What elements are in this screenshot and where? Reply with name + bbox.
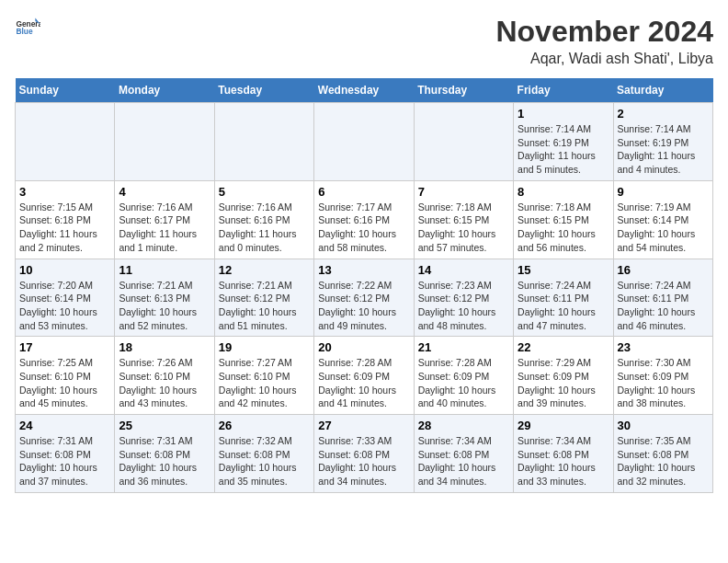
day-info: Sunrise: 7:20 AM Sunset: 6:14 PM Dayligh… (19, 279, 110, 333)
calendar-week-4: 17Sunrise: 7:25 AM Sunset: 6:10 PM Dayli… (16, 337, 713, 415)
day-number: 9 (618, 185, 709, 199)
day-info: Sunrise: 7:23 AM Sunset: 6:12 PM Dayligh… (418, 279, 509, 333)
calendar-cell: 24Sunrise: 7:31 AM Sunset: 6:08 PM Dayli… (16, 415, 115, 493)
calendar-cell: 22Sunrise: 7:29 AM Sunset: 6:09 PM Dayli… (514, 337, 613, 415)
calendar-cell: 12Sunrise: 7:21 AM Sunset: 6:12 PM Dayli… (214, 259, 313, 337)
header: General Blue November 2024 Aqar, Wadi as… (15, 15, 713, 67)
day-number: 2 (618, 107, 709, 121)
page-subtitle: Aqar, Wadi ash Shati', Libya (495, 51, 713, 67)
day-number: 29 (518, 419, 609, 432)
day-number: 30 (618, 419, 709, 432)
weekday-header-monday: Monday (115, 78, 214, 103)
weekday-header-saturday: Saturday (613, 78, 712, 103)
calendar-cell: 17Sunrise: 7:25 AM Sunset: 6:10 PM Dayli… (16, 337, 115, 415)
calendar-week-2: 3Sunrise: 7:15 AM Sunset: 6:18 PM Daylig… (16, 180, 713, 259)
day-info: Sunrise: 7:21 AM Sunset: 6:12 PM Dayligh… (219, 279, 310, 333)
calendar-cell: 10Sunrise: 7:20 AM Sunset: 6:14 PM Dayli… (16, 259, 115, 337)
day-number: 7 (418, 185, 509, 199)
day-number: 3 (19, 185, 110, 199)
day-info: Sunrise: 7:28 AM Sunset: 6:09 PM Dayligh… (318, 356, 409, 410)
weekday-header-wednesday: Wednesday (314, 78, 414, 103)
calendar-cell: 9Sunrise: 7:19 AM Sunset: 6:14 PM Daylig… (613, 180, 712, 259)
day-info: Sunrise: 7:25 AM Sunset: 6:10 PM Dayligh… (19, 356, 110, 410)
weekday-header-friday: Friday (514, 78, 613, 103)
day-info: Sunrise: 7:19 AM Sunset: 6:14 PM Dayligh… (618, 201, 709, 255)
weekday-header-sunday: Sunday (16, 78, 115, 103)
day-info: Sunrise: 7:28 AM Sunset: 6:09 PM Dayligh… (418, 356, 509, 410)
day-info: Sunrise: 7:15 AM Sunset: 6:18 PM Dayligh… (19, 201, 110, 255)
day-info: Sunrise: 7:24 AM Sunset: 6:11 PM Dayligh… (618, 279, 709, 333)
day-number: 10 (19, 263, 110, 277)
calendar-cell (16, 103, 115, 181)
day-number: 17 (19, 340, 110, 354)
calendar-cell: 25Sunrise: 7:31 AM Sunset: 6:08 PM Dayli… (115, 415, 214, 493)
day-info: Sunrise: 7:24 AM Sunset: 6:11 PM Dayligh… (518, 279, 609, 333)
logo: General Blue (15, 15, 40, 40)
calendar-cell: 19Sunrise: 7:27 AM Sunset: 6:10 PM Dayli… (214, 337, 313, 415)
weekday-header-tuesday: Tuesday (214, 78, 313, 103)
calendar-cell: 16Sunrise: 7:24 AM Sunset: 6:11 PM Dayli… (613, 259, 712, 337)
calendar-cell (214, 103, 313, 181)
calendar-cell: 28Sunrise: 7:34 AM Sunset: 6:08 PM Dayli… (414, 415, 513, 493)
calendar-cell (314, 103, 414, 181)
day-number: 5 (219, 185, 310, 199)
calendar-cell: 5Sunrise: 7:16 AM Sunset: 6:16 PM Daylig… (214, 180, 313, 259)
calendar-cell (115, 103, 214, 181)
day-info: Sunrise: 7:17 AM Sunset: 6:16 PM Dayligh… (318, 201, 409, 255)
day-number: 15 (518, 263, 609, 277)
day-info: Sunrise: 7:16 AM Sunset: 6:17 PM Dayligh… (119, 201, 210, 255)
logo-icon: General Blue (15, 15, 40, 40)
day-info: Sunrise: 7:14 AM Sunset: 6:19 PM Dayligh… (518, 122, 609, 177)
day-number: 4 (119, 185, 210, 199)
calendar-table: SundayMondayTuesdayWednesdayThursdayFrid… (15, 78, 713, 493)
calendar-cell: 1Sunrise: 7:14 AM Sunset: 6:19 PM Daylig… (514, 103, 613, 181)
calendar-cell: 27Sunrise: 7:33 AM Sunset: 6:08 PM Dayli… (314, 415, 414, 493)
day-number: 26 (219, 419, 310, 432)
page-title: November 2024 (495, 15, 713, 49)
day-number: 13 (318, 263, 409, 277)
day-number: 28 (418, 419, 509, 432)
day-number: 20 (318, 340, 409, 354)
day-info: Sunrise: 7:31 AM Sunset: 6:08 PM Dayligh… (19, 434, 110, 488)
calendar-cell: 6Sunrise: 7:17 AM Sunset: 6:16 PM Daylig… (314, 180, 414, 259)
calendar-cell: 15Sunrise: 7:24 AM Sunset: 6:11 PM Dayli… (514, 259, 613, 337)
day-info: Sunrise: 7:27 AM Sunset: 6:10 PM Dayligh… (219, 356, 310, 410)
day-info: Sunrise: 7:21 AM Sunset: 6:13 PM Dayligh… (119, 279, 210, 333)
calendar-cell: 21Sunrise: 7:28 AM Sunset: 6:09 PM Dayli… (414, 337, 513, 415)
day-info: Sunrise: 7:14 AM Sunset: 6:19 PM Dayligh… (618, 122, 709, 177)
calendar-week-5: 24Sunrise: 7:31 AM Sunset: 6:08 PM Dayli… (16, 415, 713, 493)
day-number: 21 (418, 340, 509, 354)
calendar-cell: 18Sunrise: 7:26 AM Sunset: 6:10 PM Dayli… (115, 337, 214, 415)
day-info: Sunrise: 7:35 AM Sunset: 6:08 PM Dayligh… (618, 434, 709, 488)
day-info: Sunrise: 7:16 AM Sunset: 6:16 PM Dayligh… (219, 201, 310, 255)
day-number: 1 (518, 107, 609, 121)
calendar-cell: 3Sunrise: 7:15 AM Sunset: 6:18 PM Daylig… (16, 180, 115, 259)
title-area: November 2024 Aqar, Wadi ash Shati', Lib… (495, 15, 713, 67)
calendar-cell: 14Sunrise: 7:23 AM Sunset: 6:12 PM Dayli… (414, 259, 513, 337)
day-number: 11 (119, 263, 210, 277)
calendar-week-3: 10Sunrise: 7:20 AM Sunset: 6:14 PM Dayli… (16, 259, 713, 337)
day-number: 23 (618, 340, 709, 354)
day-info: Sunrise: 7:18 AM Sunset: 6:15 PM Dayligh… (418, 201, 509, 255)
day-info: Sunrise: 7:26 AM Sunset: 6:10 PM Dayligh… (119, 356, 210, 410)
day-number: 27 (318, 419, 409, 432)
day-info: Sunrise: 7:22 AM Sunset: 6:12 PM Dayligh… (318, 279, 409, 333)
day-info: Sunrise: 7:32 AM Sunset: 6:08 PM Dayligh… (219, 434, 310, 488)
day-info: Sunrise: 7:31 AM Sunset: 6:08 PM Dayligh… (119, 434, 210, 488)
calendar-cell: 8Sunrise: 7:18 AM Sunset: 6:15 PM Daylig… (514, 180, 613, 259)
weekday-header-thursday: Thursday (414, 78, 513, 103)
day-info: Sunrise: 7:34 AM Sunset: 6:08 PM Dayligh… (518, 434, 609, 488)
calendar-cell: 30Sunrise: 7:35 AM Sunset: 6:08 PM Dayli… (613, 415, 712, 493)
calendar-cell: 20Sunrise: 7:28 AM Sunset: 6:09 PM Dayli… (314, 337, 414, 415)
day-number: 8 (518, 185, 609, 199)
day-info: Sunrise: 7:29 AM Sunset: 6:09 PM Dayligh… (518, 356, 609, 410)
day-number: 22 (518, 340, 609, 354)
day-info: Sunrise: 7:33 AM Sunset: 6:08 PM Dayligh… (318, 434, 409, 488)
calendar-cell: 4Sunrise: 7:16 AM Sunset: 6:17 PM Daylig… (115, 180, 214, 259)
calendar-cell: 7Sunrise: 7:18 AM Sunset: 6:15 PM Daylig… (414, 180, 513, 259)
day-number: 16 (618, 263, 709, 277)
day-info: Sunrise: 7:18 AM Sunset: 6:15 PM Dayligh… (518, 201, 609, 255)
day-number: 24 (19, 419, 110, 432)
calendar-cell: 26Sunrise: 7:32 AM Sunset: 6:08 PM Dayli… (214, 415, 313, 493)
day-number: 12 (219, 263, 310, 277)
